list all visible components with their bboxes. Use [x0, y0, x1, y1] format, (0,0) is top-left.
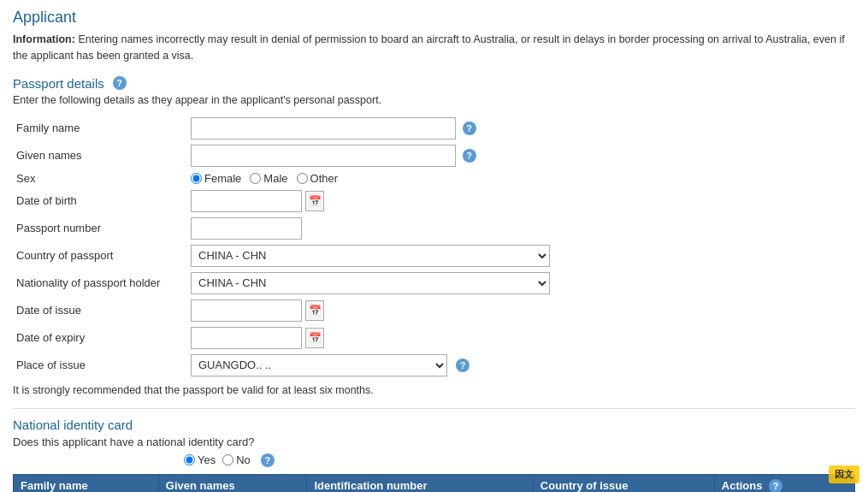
dob-label: Date of birth — [13, 187, 184, 215]
actions-header-text: Actions — [722, 479, 763, 492]
country-passport-select[interactable]: CHINA - CHN — [191, 245, 550, 267]
passport-number-cell: E00... — [184, 215, 855, 242]
date-expiry-label: Date of expiry — [13, 324, 184, 352]
sex-label: Sex — [13, 169, 184, 187]
watermark: 因文 — [829, 465, 859, 483]
col-family-name: Family name — [14, 474, 159, 492]
date-issue-wrap: 09 De. 20.. 📅 — [191, 299, 852, 322]
passport-section-title: Passport details ? — [13, 76, 855, 91]
sex-male-text: Male — [263, 172, 287, 185]
dob-cell: Sep 19.. 📅 — [184, 187, 855, 215]
nic-radio-wrap: Yes No ? — [13, 453, 855, 467]
info-label: Information: — [13, 33, 75, 45]
sex-other-radio[interactable] — [297, 173, 308, 184]
nic-no-radio[interactable] — [222, 454, 233, 465]
actions-help-icon[interactable]: ? — [769, 479, 782, 493]
nic-no-text: No — [236, 453, 251, 466]
date-expiry-cell: 08 De.. 2.. 📅 — [184, 324, 855, 352]
passport-number-label: Passport number — [13, 215, 184, 242]
sex-female-text: Female — [204, 172, 241, 185]
main-container: Applicant Information: Entering names in… — [0, 0, 868, 492]
place-issue-cell: GUANGDO.. .. ? — [184, 352, 855, 379]
date-issue-label: Date of issue — [13, 297, 184, 324]
country-passport-cell: CHINA - CHN — [184, 242, 855, 270]
col-id-number: Identification number — [307, 474, 533, 492]
date-expiry-wrap: 08 De.. 2.. 📅 — [191, 327, 852, 349]
sex-other-label[interactable]: Other — [297, 172, 339, 185]
dob-input-wrap: Sep 19.. 📅 — [191, 190, 852, 212]
passport-help-icon[interactable]: ? — [113, 76, 127, 90]
given-names-help-icon[interactable]: ? — [463, 149, 476, 163]
date-issue-calendar-icon[interactable]: 📅 — [305, 300, 324, 321]
section-divider — [13, 408, 855, 409]
nationality-cell: CHINA - CHN — [184, 270, 855, 297]
nic-table: Family name Given names Identification n… — [13, 474, 855, 493]
given-names-cell: XA... ? — [184, 142, 855, 169]
passport-subtitle: Enter the following details as they appe… — [13, 94, 855, 106]
sex-male-label[interactable]: Male — [250, 172, 287, 185]
given-names-label: Given names — [13, 142, 184, 169]
nic-yes-text: Yes — [198, 453, 216, 466]
nic-yes-label[interactable]: Yes — [184, 453, 216, 466]
place-issue-help-icon[interactable]: ? — [456, 359, 469, 372]
family-name-input[interactable]: HU... — [191, 117, 456, 139]
nic-section-title: National identity card — [13, 418, 855, 432]
nic-no-label[interactable]: No — [222, 453, 251, 466]
country-passport-label: Country of passport — [13, 242, 184, 270]
nationality-label: Nationality of passport holder — [13, 270, 184, 297]
date-issue-cell: 09 De. 20.. 📅 — [184, 297, 855, 324]
passport-valid-note: It is strongly recommended that the pass… — [13, 384, 855, 396]
nic-help-icon[interactable]: ? — [261, 453, 275, 467]
nic-yes-radio[interactable] — [184, 454, 195, 465]
sex-male-radio[interactable] — [250, 173, 261, 184]
nic-table-header-row: Family name Given names Identification n… — [14, 474, 855, 492]
passport-number-input[interactable]: E00... — [191, 217, 302, 240]
col-country-issue: Country of issue — [533, 474, 714, 492]
sex-female-radio[interactable] — [191, 173, 202, 184]
date-expiry-calendar-icon[interactable]: 📅 — [305, 328, 324, 348]
given-names-input[interactable]: XA... — [191, 145, 456, 167]
sex-other-text: Other — [310, 172, 339, 185]
family-name-label: Family name — [13, 115, 184, 142]
passport-form-table: Family name HU... ? Given names XA... ? … — [13, 115, 855, 379]
family-name-cell: HU... ? — [184, 115, 855, 142]
family-name-help-icon[interactable]: ? — [463, 122, 476, 135]
dob-input[interactable]: Sep 19.. — [191, 190, 302, 212]
col-given-names: Given names — [158, 474, 307, 492]
nic-question: Does this applicant have a national iden… — [13, 436, 855, 448]
info-text: Entering names incorrectly may result in… — [13, 33, 845, 62]
place-issue-select[interactable]: GUANGDO.. .. — [191, 354, 447, 376]
place-issue-wrap: GUANGDO.. .. ? — [191, 354, 852, 376]
sex-cell: Female Male Other — [184, 169, 855, 187]
sex-female-label[interactable]: Female — [191, 172, 241, 185]
sex-radio-group: Female Male Other — [191, 172, 852, 185]
info-box: Information: Entering names incorrectly … — [13, 32, 855, 64]
date-expiry-input[interactable]: 08 De.. 2.. — [191, 327, 302, 349]
applicant-title: Applicant — [13, 9, 855, 27]
place-issue-label: Place of issue — [13, 352, 184, 379]
nationality-select[interactable]: CHINA - CHN — [191, 272, 550, 294]
dob-calendar-icon[interactable]: 📅 — [305, 191, 324, 211]
date-issue-input[interactable]: 09 De. 20.. — [191, 299, 302, 322]
